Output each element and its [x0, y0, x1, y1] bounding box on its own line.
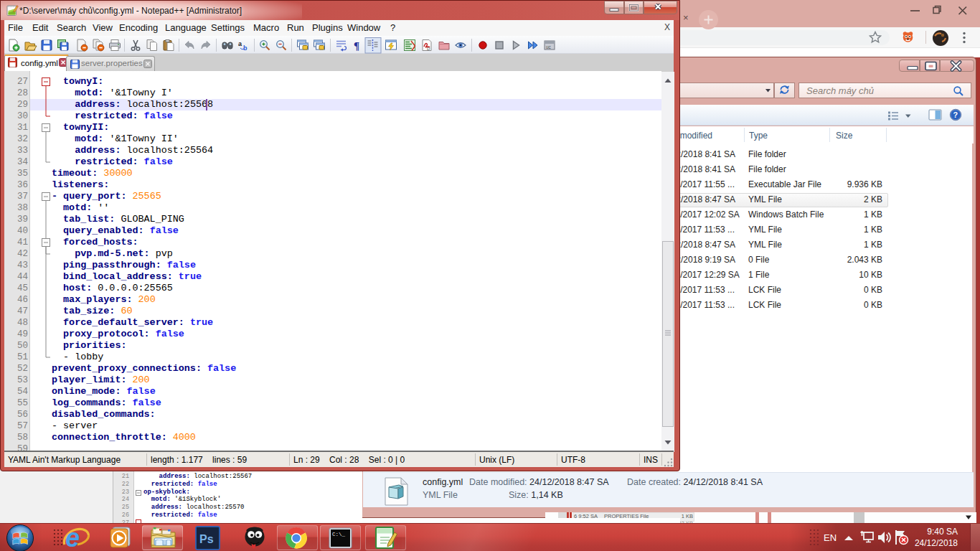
svg-text:Ps: Ps [199, 533, 214, 545]
svg-text:?: ? [953, 110, 958, 119]
svg-text:D: D [427, 47, 430, 51]
svg-text:b: b [243, 44, 248, 52]
svg-text:a: a [238, 40, 242, 47]
svg-text:uc: uc [546, 44, 552, 50]
svg-text:e: e [65, 524, 80, 551]
svg-text:C:\_: C:\_ [332, 532, 346, 537]
svg-text:¶: ¶ [354, 40, 359, 52]
